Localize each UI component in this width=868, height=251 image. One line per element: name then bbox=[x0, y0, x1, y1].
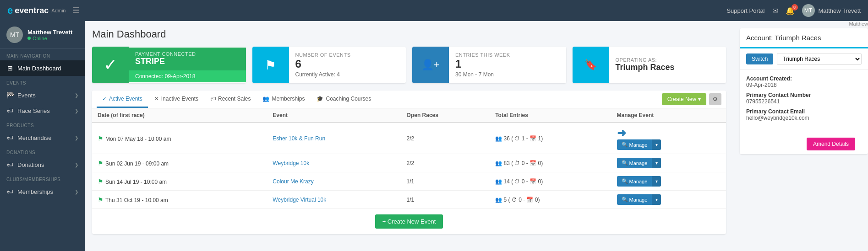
operating-stat-icon: 🔖 bbox=[573, 47, 609, 83]
col-open-races: Open Races bbox=[401, 108, 490, 123]
cell-entries: 👥 14 ( ⏱ 0 - 📅 0) bbox=[490, 172, 611, 191]
manage-button-group: 🔍 Manage▾ bbox=[617, 139, 721, 150]
switch-button[interactable]: Switch bbox=[746, 53, 773, 64]
amend-details-button[interactable]: Amend Details bbox=[807, 138, 855, 150]
table-footer: + Create New Event bbox=[92, 209, 726, 234]
settings-button[interactable]: ⚙ bbox=[709, 93, 721, 105]
stats-row: ✓ PAYMENT CONNECTED STRIPE Connected: 09… bbox=[92, 47, 726, 83]
account-created-label: Account Created: bbox=[746, 75, 862, 82]
flag-icon: ⚑ bbox=[98, 160, 104, 167]
search-icon: 🔍 bbox=[622, 160, 628, 166]
right-panel: Matthew Account: Triumph Races Switch Tr… bbox=[740, 21, 868, 251]
manage-dropdown-button[interactable]: ▾ bbox=[652, 139, 661, 150]
contact-email-row: Primary Contact Email hello@weybridge10k… bbox=[746, 108, 862, 121]
bell-badge: 8 bbox=[792, 4, 798, 11]
contact-email-label: Primary Contact Email bbox=[746, 108, 862, 115]
memberships-tab-icon: 👥 bbox=[262, 96, 269, 102]
content-area: Main Dashboard ✓ PAYMENT CONNECTED STRIP… bbox=[85, 21, 733, 251]
logo-text: eventrac bbox=[15, 6, 49, 16]
account-card-title: Account: Triumph Races bbox=[746, 34, 862, 42]
manage-dropdown-button[interactable]: ▾ bbox=[652, 194, 661, 205]
manage-button[interactable]: 🔍 Manage bbox=[617, 194, 652, 205]
stat-card-entries: 👤+ ENTRIES THIS WEEK 1 30 Mon - 7 Mon bbox=[412, 47, 566, 83]
sidebar-item-label: Main Dashboard bbox=[17, 65, 61, 72]
hamburger-icon[interactable]: ☰ bbox=[72, 5, 80, 16]
chevron-icon: ❯ bbox=[75, 189, 78, 194]
tab-inactive-events[interactable]: ✕ Inactive Events bbox=[149, 91, 204, 108]
tabs-area: ✓ Active Events ✕ Inactive Events 🏷 Rece… bbox=[92, 91, 726, 234]
cell-date: ⚑Sun 14 Jul 19 - 10:00 am bbox=[92, 172, 267, 191]
cell-open-races: 2/2 bbox=[401, 123, 490, 154]
bell-icon-btn[interactable]: 🔔 8 bbox=[786, 6, 795, 15]
page-title: Main Dashboard bbox=[92, 28, 726, 40]
sidebar-section-products: Products bbox=[0, 118, 85, 130]
tab-recent-sales[interactable]: 🏷 Recent Sales bbox=[205, 91, 256, 108]
sidebar-item-merchandise[interactable]: 🏷 Merchandise ❯ bbox=[0, 130, 85, 145]
dashboard-icon: ⊞ bbox=[6, 64, 14, 72]
entries-value: 1 bbox=[455, 58, 560, 71]
create-new-button[interactable]: Create New ▾ bbox=[662, 93, 706, 105]
tab-active-events[interactable]: ✓ Active Events bbox=[97, 91, 148, 108]
account-card: Account: Triumph Races Switch Triumph Ra… bbox=[740, 28, 868, 154]
logo: e eventrac Admin bbox=[7, 5, 66, 16]
sidebar-item-label: Events bbox=[17, 92, 36, 99]
event-link[interactable]: Esher 10k & Fun Run bbox=[273, 135, 325, 142]
sidebar-item-label: Merchandise bbox=[17, 134, 51, 141]
events-label: NUMBER OF EVENTS bbox=[295, 52, 400, 58]
event-link[interactable]: Weybridge 10k bbox=[273, 160, 309, 166]
account-select[interactable]: Triumph Races bbox=[777, 53, 862, 65]
events-table: Date (of first race) Event Open Races To… bbox=[92, 108, 726, 209]
tab-memberships[interactable]: 👥 Memberships bbox=[257, 91, 310, 108]
table-row: ⚑Sun 14 Jul 19 - 10:00 amColour Me Krazy… bbox=[92, 172, 726, 191]
events-icon: 🏁 bbox=[6, 91, 14, 99]
manage-button[interactable]: 🔍 Manage bbox=[617, 176, 652, 187]
manage-button-group: 🔍 Manage▾ bbox=[617, 158, 721, 168]
sidebar-item-label: Race Series bbox=[17, 107, 50, 114]
email-icon-btn[interactable]: ✉ bbox=[772, 6, 778, 15]
col-manage: Manage Event bbox=[611, 108, 726, 123]
tab-coaching-courses[interactable]: 🎓 Coaching Courses bbox=[311, 91, 377, 108]
coaching-icon: 🎓 bbox=[317, 96, 323, 102]
events-sub: Currently Active: 4 bbox=[295, 71, 400, 78]
manage-button-group: 🔍 Manage▾ bbox=[617, 194, 721, 205]
contact-number-value: 07955226541 bbox=[746, 98, 862, 105]
cell-event: Weybridge Virtual 10k bbox=[267, 191, 401, 209]
contact-number-row: Primary Contact Number 07955226541 bbox=[746, 92, 862, 105]
events-value: 6 bbox=[295, 58, 400, 71]
account-switch-row: Switch Triumph Races bbox=[740, 48, 868, 70]
stat-card-stripe: ✓ PAYMENT CONNECTED STRIPE Connected: 09… bbox=[92, 47, 246, 83]
cell-entries: 👥 83 ( ⏱ 0 - 📅 0) bbox=[490, 154, 611, 172]
sidebar-user-info: Matthew Trevett Online bbox=[27, 29, 72, 41]
sidebar-item-donations[interactable]: 🏷 Donations ❯ bbox=[0, 157, 85, 172]
inactive-events-icon: ✕ bbox=[154, 96, 159, 102]
search-icon: 🔍 bbox=[622, 197, 628, 203]
manage-dropdown-button[interactable]: ▾ bbox=[652, 176, 661, 187]
sidebar-user: MT Matthew Trevett Online bbox=[0, 21, 85, 49]
user-menu[interactable]: MT Matthew Trevett bbox=[802, 4, 861, 17]
sidebar-section-memberships: Clubs/Memberships bbox=[0, 172, 85, 184]
sidebar-item-race-series[interactable]: 🏷 Race Series ❯ bbox=[0, 103, 85, 118]
sidebar-item-memberships[interactable]: 🏷 Memberships ❯ bbox=[0, 184, 85, 199]
event-link[interactable]: Colour Me Krazy bbox=[273, 178, 313, 185]
donations-icon: 🏷 bbox=[6, 161, 14, 168]
main-layout: MT Matthew Trevett Online MAIN NAVIGATIO… bbox=[0, 21, 868, 251]
manage-button[interactable]: 🔍 Manage bbox=[617, 139, 652, 150]
sidebar-item-main-dashboard[interactable]: ⊞ Main Dashboard bbox=[0, 60, 85, 76]
support-portal-link[interactable]: Support Portal bbox=[726, 7, 764, 14]
table-header-row: Date (of first race) Event Open Races To… bbox=[92, 108, 726, 123]
dropdown-arrow-icon: ▾ bbox=[698, 96, 701, 102]
sidebar-item-events[interactable]: 🏁 Events ❯ bbox=[0, 87, 85, 103]
sidebar-section-events: Events bbox=[0, 76, 85, 87]
sidebar-section-main-nav: MAIN NAVIGATION bbox=[0, 49, 85, 60]
create-event-button[interactable]: + Create New Event bbox=[375, 214, 443, 229]
table-row: ⚑Thu 31 Oct 19 - 10:00 amWeybridge Virtu… bbox=[92, 191, 726, 209]
col-event: Event bbox=[267, 108, 401, 123]
stripe-icon: ✓ bbox=[92, 47, 129, 83]
table-row: ⚑Mon 07 May 18 - 10:00 amEsher 10k & Fun… bbox=[92, 123, 726, 154]
sidebar-item-label: Memberships bbox=[17, 188, 53, 195]
sidebar-section-donations: Donations bbox=[0, 145, 85, 157]
manage-dropdown-button[interactable]: ▾ bbox=[652, 158, 661, 168]
col-total-entries: Total Entries bbox=[490, 108, 611, 123]
event-link[interactable]: Weybridge Virtual 10k bbox=[273, 197, 326, 203]
manage-button[interactable]: 🔍 Manage bbox=[617, 158, 652, 168]
